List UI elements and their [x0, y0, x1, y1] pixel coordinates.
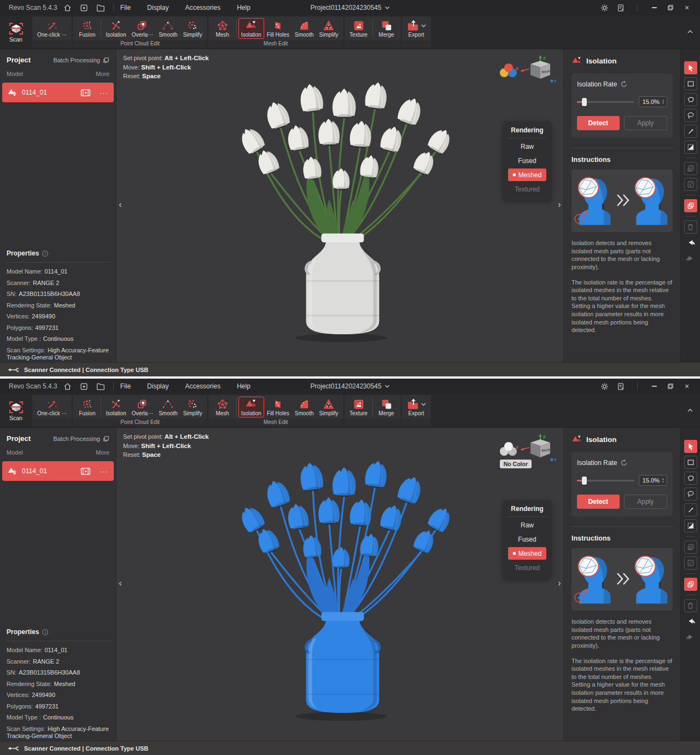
isolation-rate-slider[interactable] [577, 477, 634, 485]
export-button[interactable]: Export [404, 397, 429, 417]
duplicate-selection-button[interactable] [684, 578, 697, 591]
fusion-button[interactable]: Fusion [75, 18, 99, 39]
pc-simplify-button[interactable]: Simplify [180, 18, 205, 39]
new-project-icon[interactable] [78, 2, 90, 14]
select-cursor-button[interactable] [684, 440, 697, 453]
lasso-select-button[interactable] [684, 109, 697, 122]
rendering-option-raw[interactable]: Raw [508, 519, 546, 531]
mesh-simplify-button[interactable]: Simplify [316, 18, 341, 39]
rendering-option-meshed[interactable]: Meshed [508, 169, 546, 181]
project-title-dropdown[interactable]: Project01142024230545 [311, 4, 390, 11]
rectangle-select-button[interactable] [684, 77, 697, 90]
pc-smooth-button[interactable]: Smooth [156, 397, 180, 417]
menu-accessories[interactable]: Accessories [185, 4, 220, 11]
delete-selection-button[interactable] [684, 599, 697, 612]
spinner-down-icon[interactable]: ▼ [662, 480, 664, 483]
edit-selection-button[interactable] [684, 178, 697, 191]
merge-button[interactable]: Merge [375, 18, 399, 39]
menu-file[interactable]: File [120, 382, 131, 390]
pc-simplify-button[interactable]: Simplify [180, 397, 205, 417]
navigation-cube[interactable]: Z BACK X Y [514, 55, 558, 86]
fill-holes-button[interactable]: Fill Holes [264, 397, 292, 417]
minimize-button[interactable] [648, 380, 661, 392]
menu-display[interactable]: Display [147, 382, 168, 390]
delete-selection-button[interactable] [684, 220, 697, 234]
rendering-option-fused[interactable]: Fused [508, 533, 546, 545]
reset-refresh-icon[interactable] [621, 81, 627, 88]
brush-select-button[interactable] [684, 503, 697, 516]
apply-button[interactable]: Apply [624, 495, 668, 509]
restore-button[interactable] [664, 380, 677, 392]
export-button[interactable]: Export [404, 18, 429, 39]
undo-button[interactable] [684, 615, 697, 628]
slider-knob[interactable] [582, 477, 587, 485]
preview-film-icon[interactable] [80, 467, 91, 475]
polygon-select-button[interactable] [684, 472, 697, 485]
restore-button[interactable] [664, 2, 677, 14]
model-list-item[interactable]: 0114_01 ··· [2, 83, 114, 102]
open-project-icon[interactable] [95, 2, 107, 14]
collapse-right-panel-button[interactable]: › [556, 198, 563, 211]
texture-button[interactable]: Texture [347, 397, 371, 417]
invert-selection-button[interactable] [684, 519, 697, 532]
home-icon[interactable] [62, 2, 74, 14]
select-all-button[interactable] [684, 541, 697, 554]
scan-button[interactable]: Scan [0, 15, 32, 49]
mesh-smooth-button[interactable]: Smooth [292, 397, 316, 417]
undo-button[interactable] [684, 236, 697, 249]
rendering-option-fused[interactable]: Fused [508, 154, 546, 167]
redo-button[interactable] [684, 252, 697, 265]
pc-smooth-button[interactable]: Smooth [156, 18, 180, 39]
pc-isolation-button[interactable]: Isolation [103, 397, 129, 417]
lasso-select-button[interactable] [684, 487, 697, 501]
one-click-button[interactable]: One-click ··· [34, 397, 69, 417]
viewport-3d[interactable]: Set pivot point: Alt + Left-Click Move: … [116, 428, 563, 741]
fill-holes-button[interactable]: Fill Holes [264, 18, 292, 39]
settings-gear-icon[interactable] [598, 2, 611, 14]
detect-button[interactable]: Detect [577, 495, 620, 509]
rendering-option-raw[interactable]: Raw [508, 140, 546, 153]
toolbar-collapse-button[interactable] [686, 406, 695, 415]
scan-button[interactable]: Scan [0, 394, 32, 427]
mesh-isolation-button[interactable]: Isolation [238, 397, 264, 417]
mesh-smooth-button[interactable]: Smooth [292, 18, 316, 39]
rendering-option-textured[interactable]: Textured [508, 183, 546, 195]
merge-button[interactable]: Merge [375, 397, 399, 417]
duplicate-selection-button[interactable] [684, 199, 697, 212]
polygon-select-button[interactable] [684, 93, 697, 106]
fusion-button[interactable]: Fusion [75, 397, 99, 417]
menu-help[interactable]: Help [237, 382, 250, 390]
model-list-item[interactable]: 0114_01 ··· [2, 461, 114, 481]
preview-film-icon[interactable] [80, 89, 91, 97]
edit-selection-button[interactable] [684, 556, 697, 570]
settings-gear-icon[interactable] [598, 380, 611, 392]
invert-selection-button[interactable] [684, 141, 697, 154]
minimize-button[interactable] [648, 2, 661, 14]
menu-file[interactable]: File [120, 4, 131, 11]
more-button[interactable]: More [96, 71, 109, 77]
mesh-simplify-button[interactable]: Simplify [316, 397, 341, 417]
project-title-dropdown[interactable]: Project01142024230545 [311, 382, 390, 390]
toolbar-collapse-button[interactable] [686, 27, 695, 36]
close-button[interactable]: × [680, 2, 693, 14]
model-item-menu[interactable]: ··· [100, 89, 108, 97]
select-all-button[interactable] [684, 162, 697, 175]
overlap-button[interactable]: Overla··· [129, 397, 156, 417]
isolation-rate-slider[interactable] [577, 98, 634, 106]
open-project-icon[interactable] [95, 380, 107, 392]
one-click-button[interactable]: One-click ··· [34, 18, 69, 39]
slider-knob[interactable] [582, 98, 587, 106]
apply-button[interactable]: Apply [624, 116, 668, 130]
detect-button[interactable]: Detect [577, 116, 620, 130]
more-button[interactable]: More [96, 449, 109, 456]
batch-processing-button[interactable]: Batch Processing [53, 435, 109, 442]
collapse-right-panel-button[interactable]: › [556, 577, 563, 590]
rendering-option-meshed[interactable]: Meshed [508, 547, 546, 560]
collapse-left-panel-button[interactable]: ‹ [116, 198, 124, 211]
isolation-rate-input[interactable]: 15.0% ▲▼ [639, 96, 667, 107]
select-cursor-button[interactable] [684, 61, 697, 74]
menu-display[interactable]: Display [147, 4, 168, 11]
brush-select-button[interactable] [684, 125, 697, 138]
mesh-button[interactable]: Mesh [211, 18, 235, 39]
menu-accessories[interactable]: Accessories [185, 382, 220, 390]
